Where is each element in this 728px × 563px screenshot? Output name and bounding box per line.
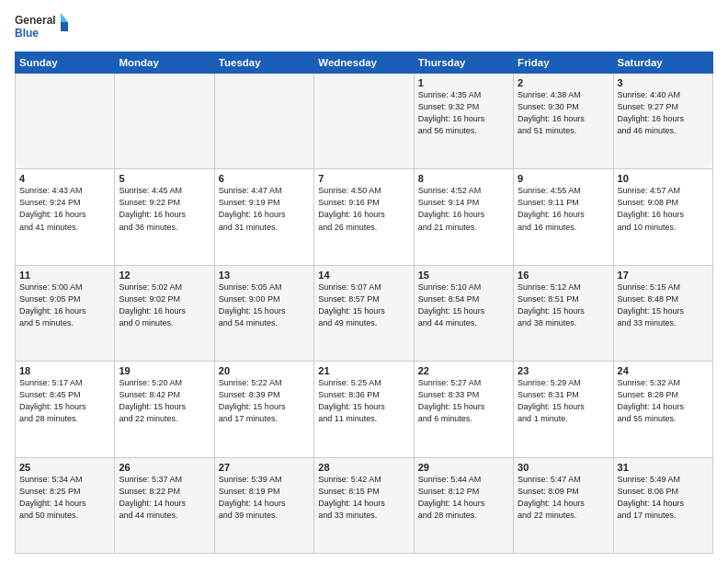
svg-text:Blue: Blue xyxy=(15,27,39,40)
weekday-header-thursday: Thursday xyxy=(414,52,513,74)
calendar-cell: 18Sunrise: 5:17 AM Sunset: 8:45 PM Dayli… xyxy=(16,362,115,457)
calendar-cell: 12Sunrise: 5:02 AM Sunset: 9:02 PM Dayli… xyxy=(115,265,214,361)
day-number: 26 xyxy=(119,462,210,473)
day-info: Sunrise: 5:07 AM Sunset: 8:57 PM Dayligh… xyxy=(318,282,409,329)
calendar-cell: 5Sunrise: 4:45 AM Sunset: 9:22 PM Daylig… xyxy=(115,169,214,265)
day-number: 15 xyxy=(418,270,509,281)
calendar-week-row: 4Sunrise: 4:43 AM Sunset: 9:24 PM Daylig… xyxy=(16,169,713,265)
day-number: 25 xyxy=(19,462,110,473)
calendar-cell: 6Sunrise: 4:47 AM Sunset: 9:19 PM Daylig… xyxy=(214,169,313,265)
calendar-cell: 7Sunrise: 4:50 AM Sunset: 9:16 PM Daylig… xyxy=(314,169,414,265)
day-number: 18 xyxy=(19,365,110,376)
day-info: Sunrise: 5:10 AM Sunset: 8:54 PM Dayligh… xyxy=(418,282,509,329)
weekday-header-sunday: Sunday xyxy=(16,52,115,74)
day-number: 7 xyxy=(318,173,409,184)
calendar-cell: 14Sunrise: 5:07 AM Sunset: 8:57 PM Dayli… xyxy=(314,265,414,361)
day-info: Sunrise: 5:25 AM Sunset: 8:36 PM Dayligh… xyxy=(318,377,409,425)
day-info: Sunrise: 4:50 AM Sunset: 9:16 PM Dayligh… xyxy=(318,185,409,233)
day-number: 29 xyxy=(418,462,509,473)
day-info: Sunrise: 5:47 AM Sunset: 8:09 PM Dayligh… xyxy=(518,474,609,522)
day-number: 16 xyxy=(518,270,609,281)
day-info: Sunrise: 5:42 AM Sunset: 8:15 PM Dayligh… xyxy=(318,474,409,522)
day-number: 11 xyxy=(19,270,110,281)
day-info: Sunrise: 5:12 AM Sunset: 8:51 PM Dayligh… xyxy=(518,282,609,329)
calendar-page: General Blue SundayMondayTuesdayWednesda… xyxy=(0,0,728,563)
calendar-cell: 11Sunrise: 5:00 AM Sunset: 9:05 PM Dayli… xyxy=(16,265,115,361)
day-number: 12 xyxy=(119,270,210,281)
calendar-cell: 3Sunrise: 4:40 AM Sunset: 9:27 PM Daylig… xyxy=(613,74,712,169)
calendar-cell: 20Sunrise: 5:22 AM Sunset: 8:39 PM Dayli… xyxy=(214,362,313,457)
day-info: Sunrise: 4:35 AM Sunset: 9:32 PM Dayligh… xyxy=(418,89,509,137)
day-info: Sunrise: 5:20 AM Sunset: 8:42 PM Dayligh… xyxy=(119,377,210,425)
day-info: Sunrise: 5:39 AM Sunset: 8:19 PM Dayligh… xyxy=(219,474,310,522)
day-info: Sunrise: 4:40 AM Sunset: 9:27 PM Dayligh… xyxy=(618,89,709,137)
calendar-cell: 29Sunrise: 5:44 AM Sunset: 8:12 PM Dayli… xyxy=(414,457,513,553)
day-info: Sunrise: 5:17 AM Sunset: 8:45 PM Dayligh… xyxy=(19,377,110,425)
day-number: 28 xyxy=(318,462,409,473)
calendar-cell: 22Sunrise: 5:27 AM Sunset: 8:33 PM Dayli… xyxy=(414,362,513,457)
weekday-header-tuesday: Tuesday xyxy=(214,52,313,74)
calendar-cell xyxy=(214,74,313,169)
day-info: Sunrise: 5:05 AM Sunset: 9:00 PM Dayligh… xyxy=(219,282,310,329)
calendar-cell: 28Sunrise: 5:42 AM Sunset: 8:15 PM Dayli… xyxy=(314,457,414,553)
calendar-cell xyxy=(16,74,115,169)
day-info: Sunrise: 5:37 AM Sunset: 8:22 PM Dayligh… xyxy=(119,474,210,522)
calendar-cell: 23Sunrise: 5:29 AM Sunset: 8:31 PM Dayli… xyxy=(514,362,613,457)
day-number: 2 xyxy=(518,77,609,88)
day-info: Sunrise: 4:38 AM Sunset: 9:30 PM Dayligh… xyxy=(518,89,609,137)
day-info: Sunrise: 4:57 AM Sunset: 9:08 PM Dayligh… xyxy=(618,185,709,233)
day-number: 19 xyxy=(119,365,210,376)
calendar-cell: 21Sunrise: 5:25 AM Sunset: 8:36 PM Dayli… xyxy=(314,362,414,457)
calendar-cell: 9Sunrise: 4:55 AM Sunset: 9:11 PM Daylig… xyxy=(514,169,613,265)
calendar-cell: 1Sunrise: 4:35 AM Sunset: 9:32 PM Daylig… xyxy=(414,74,513,169)
header: General Blue xyxy=(15,11,713,44)
day-number: 10 xyxy=(618,173,709,184)
day-info: Sunrise: 5:32 AM Sunset: 8:28 PM Dayligh… xyxy=(618,377,709,425)
calendar-cell: 13Sunrise: 5:05 AM Sunset: 9:00 PM Dayli… xyxy=(214,265,313,361)
calendar-cell: 2Sunrise: 4:38 AM Sunset: 9:30 PM Daylig… xyxy=(514,74,613,169)
day-info: Sunrise: 5:34 AM Sunset: 8:25 PM Dayligh… xyxy=(19,474,110,522)
calendar-cell: 10Sunrise: 4:57 AM Sunset: 9:08 PM Dayli… xyxy=(613,169,712,265)
day-number: 23 xyxy=(518,365,609,376)
day-number: 4 xyxy=(19,173,110,184)
weekday-header-friday: Friday xyxy=(514,52,613,74)
day-number: 3 xyxy=(618,77,709,88)
calendar-cell: 25Sunrise: 5:34 AM Sunset: 8:25 PM Dayli… xyxy=(16,457,115,553)
calendar-cell: 17Sunrise: 5:15 AM Sunset: 8:48 PM Dayli… xyxy=(613,265,712,361)
day-info: Sunrise: 4:45 AM Sunset: 9:22 PM Dayligh… xyxy=(119,185,210,233)
calendar-cell: 24Sunrise: 5:32 AM Sunset: 8:28 PM Dayli… xyxy=(613,362,712,457)
day-info: Sunrise: 5:22 AM Sunset: 8:39 PM Dayligh… xyxy=(219,377,310,425)
day-number: 24 xyxy=(618,365,709,376)
weekday-row: SundayMondayTuesdayWednesdayThursdayFrid… xyxy=(16,52,713,74)
calendar-header: SundayMondayTuesdayWednesdayThursdayFrid… xyxy=(16,52,713,74)
day-info: Sunrise: 4:55 AM Sunset: 9:11 PM Dayligh… xyxy=(518,185,609,233)
day-number: 9 xyxy=(518,173,609,184)
calendar-cell: 4Sunrise: 4:43 AM Sunset: 9:24 PM Daylig… xyxy=(16,169,115,265)
day-number: 30 xyxy=(518,462,609,473)
calendar-cell: 30Sunrise: 5:47 AM Sunset: 8:09 PM Dayli… xyxy=(514,457,613,553)
day-info: Sunrise: 5:29 AM Sunset: 8:31 PM Dayligh… xyxy=(518,377,609,425)
svg-marker-2 xyxy=(61,13,68,22)
day-number: 14 xyxy=(318,270,409,281)
day-number: 1 xyxy=(418,77,509,88)
calendar-cell: 26Sunrise: 5:37 AM Sunset: 8:22 PM Dayli… xyxy=(115,457,214,553)
day-number: 27 xyxy=(219,462,310,473)
calendar-cell: 31Sunrise: 5:49 AM Sunset: 8:06 PM Dayli… xyxy=(613,457,712,553)
day-info: Sunrise: 4:52 AM Sunset: 9:14 PM Dayligh… xyxy=(418,185,509,233)
calendar-week-row: 1Sunrise: 4:35 AM Sunset: 9:32 PM Daylig… xyxy=(16,74,713,169)
day-info: Sunrise: 4:47 AM Sunset: 9:19 PM Dayligh… xyxy=(219,185,310,233)
day-info: Sunrise: 5:27 AM Sunset: 8:33 PM Dayligh… xyxy=(418,377,509,425)
day-number: 20 xyxy=(219,365,310,376)
day-info: Sunrise: 5:00 AM Sunset: 9:05 PM Dayligh… xyxy=(19,282,110,329)
day-number: 5 xyxy=(119,173,210,184)
weekday-header-wednesday: Wednesday xyxy=(314,52,414,74)
day-number: 17 xyxy=(618,270,709,281)
day-number: 22 xyxy=(418,365,509,376)
day-number: 8 xyxy=(418,173,509,184)
day-info: Sunrise: 5:02 AM Sunset: 9:02 PM Dayligh… xyxy=(119,282,210,329)
calendar-body: 1Sunrise: 4:35 AM Sunset: 9:32 PM Daylig… xyxy=(16,74,713,554)
logo-svg: General Blue xyxy=(15,11,70,44)
weekday-header-saturday: Saturday xyxy=(613,52,712,74)
day-info: Sunrise: 5:49 AM Sunset: 8:06 PM Dayligh… xyxy=(618,474,709,522)
day-number: 31 xyxy=(618,462,709,473)
